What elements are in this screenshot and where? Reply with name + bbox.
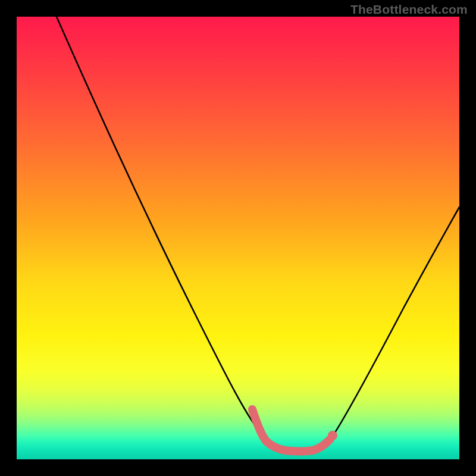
watermark-text: TheBottleneck.com <box>350 2 468 17</box>
chart-frame: TheBottleneck.com <box>0 0 476 476</box>
highlight-end-dot <box>328 431 337 440</box>
optimal-band-highlight <box>252 409 330 452</box>
plot-area <box>17 17 459 459</box>
chart-svg <box>17 17 459 459</box>
bottleneck-curve <box>57 17 459 452</box>
